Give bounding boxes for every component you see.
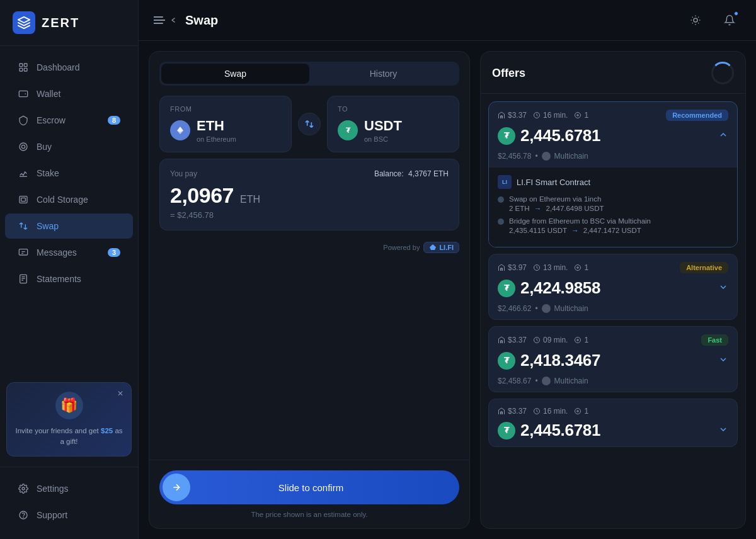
escrow-badge: 8 bbox=[108, 116, 120, 125]
promo-gift-icon: 🎁 bbox=[55, 392, 83, 419]
route-step-1: Swap on Ethereum via 1inch 2 ETH → 2,447… bbox=[498, 195, 728, 212]
sidebar-item-settings[interactable]: Settings bbox=[5, 476, 133, 501]
offer-amount-big-4: 2,445.6781 bbox=[520, 421, 600, 440]
swap-direction-button[interactable] bbox=[298, 113, 321, 135]
you-pay-label: You pay bbox=[170, 169, 197, 178]
header: Swap bbox=[139, 0, 756, 41]
offer-top-1[interactable]: $3.37 16 min. 1 Recommended bbox=[489, 102, 737, 152]
offer-steps-4: 1 bbox=[574, 407, 588, 416]
sidebar-item-support[interactable]: Support bbox=[5, 502, 133, 528]
logo-area: ZERT bbox=[0, 0, 138, 46]
offer-chevron-2[interactable] bbox=[718, 282, 728, 295]
offer-top-4[interactable]: $3.37 16 min. 1 bbox=[489, 399, 737, 446]
offer-time-4: 16 min. bbox=[533, 407, 568, 416]
offer-card: $3.37 16 min. 1 bbox=[488, 399, 738, 447]
offer-gas-4: $3.37 bbox=[498, 407, 527, 416]
header-right bbox=[684, 9, 741, 31]
tab-history[interactable]: History bbox=[309, 64, 457, 84]
offer-card: $3.37 16 min. 1 Recommended bbox=[488, 101, 738, 247]
swap-panel: Swap History From bbox=[149, 51, 470, 529]
notifications-button[interactable] bbox=[718, 9, 741, 31]
swap-body: From ETH on Ethereum bbox=[149, 86, 469, 460]
grid-icon bbox=[18, 62, 29, 73]
offers-loader bbox=[711, 62, 734, 84]
offer-badge-3: Fast bbox=[701, 334, 728, 346]
logo-text: ZERT bbox=[42, 16, 79, 30]
sidebar-item-escrow[interactable]: Escrow 8 bbox=[5, 108, 133, 133]
offer-chevron-1[interactable] bbox=[718, 130, 728, 142]
offer-gas-2: $3.97 bbox=[498, 263, 527, 272]
sidebar-item-label: Stake bbox=[37, 168, 59, 178]
offer-amount-big-1: 2,445.6781 bbox=[520, 126, 600, 145]
multichain-dot bbox=[542, 377, 551, 385]
offers-title: Offers bbox=[492, 67, 525, 80]
slide-confirm-area: Slide to confirm The price shown is an e… bbox=[149, 460, 469, 528]
sidebar-item-dashboard[interactable]: Dashboard bbox=[5, 55, 133, 80]
amount-header: You pay Balance: 4,3767 ETH bbox=[170, 169, 449, 178]
from-token-box[interactable]: From ETH on Ethereum bbox=[159, 96, 292, 152]
promo-close-button[interactable]: ✕ bbox=[115, 388, 126, 399]
amount-usd-value: = $2,456.78 bbox=[170, 210, 449, 220]
offer-amount-big-2: 2,424.9858 bbox=[520, 278, 600, 298]
usdt-icon: ₮ bbox=[338, 120, 358, 140]
sidebar-item-label: Cold Storage bbox=[37, 195, 88, 205]
offer-amount-left-1: ₮ 2,445.6781 bbox=[498, 126, 600, 145]
multichain-dot bbox=[542, 304, 551, 313]
sidebar-item-swap[interactable]: Swap bbox=[5, 213, 133, 239]
offer-meta-4: $3.37 16 min. 1 bbox=[498, 407, 728, 416]
offer-amount-left-3: ₮ 2,418.3467 bbox=[498, 351, 600, 370]
offer-amount-row-1: ₮ 2,445.6781 bbox=[498, 126, 728, 145]
offer-top-3[interactable]: $3.37 09 min. 1 Fast bbox=[489, 327, 737, 377]
sidebar-item-stake[interactable]: Stake bbox=[5, 161, 133, 186]
route-dot bbox=[498, 196, 504, 203]
to-token-box[interactable]: To ₮ USDT on BSC bbox=[327, 96, 459, 152]
svg-rect-7 bbox=[20, 196, 27, 203]
offer-amount-row-3: ₮ 2,418.3467 bbox=[498, 351, 728, 370]
slide-disclaimer: The price shown is an estimate only. bbox=[159, 511, 459, 518]
sidebar-item-buy[interactable]: Buy bbox=[5, 134, 133, 159]
offers-list: $3.37 16 min. 1 Recommended bbox=[481, 94, 745, 528]
powered-by-area: Powered by LI.FI bbox=[159, 242, 459, 253]
route-step-2: Bridge from Ethereum to BSC via Multicha… bbox=[498, 217, 728, 234]
swap-icon bbox=[18, 220, 29, 232]
sidebar-item-messages[interactable]: Messages 3 bbox=[5, 240, 133, 265]
offer-meta-1: $3.37 16 min. 1 Recommended bbox=[498, 110, 728, 121]
wallet-icon bbox=[18, 88, 29, 99]
offer-steps-3: 1 bbox=[574, 336, 588, 344]
offer-time-3: 09 min. bbox=[533, 336, 568, 344]
message-icon bbox=[18, 247, 29, 258]
offer-expand-detail: LI LI.FI Smart Contract Swap on Ethereum… bbox=[489, 167, 737, 247]
messages-badge: 3 bbox=[108, 248, 120, 257]
offers-panel: Offers $3.37 16 min. bbox=[480, 51, 746, 529]
offer-sub-row-2: $2,466.62 • Multichain bbox=[489, 304, 737, 319]
body-area: Swap History From bbox=[139, 41, 756, 539]
sidebar-item-label: Statements bbox=[37, 274, 81, 284]
to-token-info: ₮ USDT on BSC bbox=[338, 118, 449, 143]
slide-to-confirm-button[interactable]: Slide to confirm bbox=[159, 470, 459, 504]
amount-value: 2,0967 bbox=[170, 183, 234, 208]
offer-top-2[interactable]: $3.97 13 min. 1 Alternative bbox=[489, 254, 737, 304]
svg-point-17 bbox=[694, 18, 697, 22]
offer-steps-2: 1 bbox=[574, 263, 588, 272]
theme-toggle-button[interactable] bbox=[684, 9, 707, 31]
token-row: From ETH on Ethereum bbox=[159, 96, 459, 152]
svg-rect-4 bbox=[19, 91, 27, 96]
svg-rect-1 bbox=[24, 64, 27, 67]
usdt-circle-icon: ₮ bbox=[498, 422, 515, 440]
sidebar-toggle-button[interactable] bbox=[154, 16, 176, 25]
to-token-symbol: USDT bbox=[364, 118, 402, 134]
offer-card: $3.97 13 min. 1 Alternative bbox=[488, 254, 738, 320]
sidebar-item-statements[interactable]: Statements bbox=[5, 266, 133, 292]
tab-swap[interactable]: Swap bbox=[161, 64, 309, 84]
offer-chevron-4[interactable] bbox=[718, 424, 728, 437]
amount-token-label: ETH bbox=[240, 194, 260, 205]
sidebar-item-label: Support bbox=[37, 510, 67, 520]
amount-value-row: 2,0967 ETH bbox=[170, 183, 449, 208]
lifi-logo-small: LI bbox=[498, 175, 512, 189]
to-label: To bbox=[338, 105, 449, 113]
sidebar-item-label: Dashboard bbox=[37, 62, 80, 72]
sidebar-item-label: Messages bbox=[37, 247, 77, 258]
sidebar-item-wallet[interactable]: Wallet bbox=[5, 81, 133, 106]
offer-chevron-3[interactable] bbox=[718, 355, 728, 367]
sidebar-item-cold-storage[interactable]: Cold Storage bbox=[5, 187, 133, 212]
